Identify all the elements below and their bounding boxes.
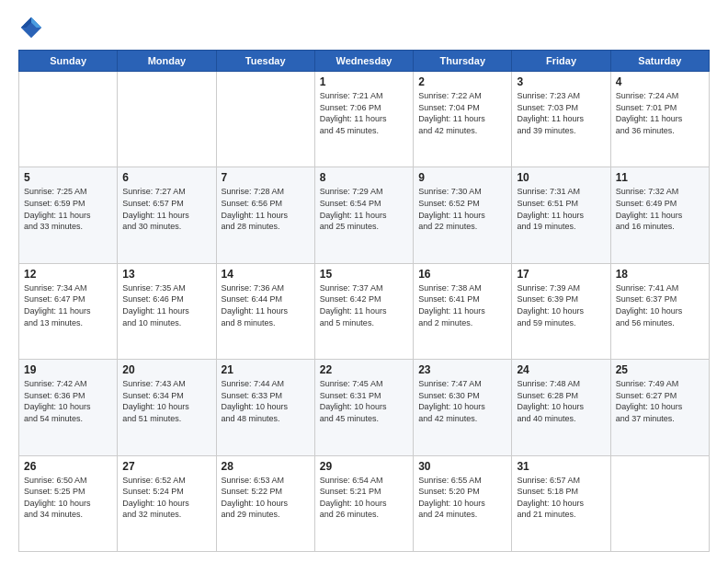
calendar-cell: 18Sunrise: 7:41 AM Sunset: 6:37 PM Dayli…	[610, 263, 709, 359]
day-number: 30	[418, 460, 506, 473]
day-info: Sunrise: 7:43 AM Sunset: 6:34 PM Dayligh…	[122, 378, 210, 424]
day-info: Sunrise: 7:37 AM Sunset: 6:42 PM Dayligh…	[320, 282, 408, 328]
calendar-cell: 31Sunrise: 6:57 AM Sunset: 5:18 PM Dayli…	[512, 455, 610, 551]
day-info: Sunrise: 7:31 AM Sunset: 6:51 PM Dayligh…	[517, 186, 605, 232]
day-info: Sunrise: 7:34 AM Sunset: 6:47 PM Dayligh…	[24, 282, 112, 328]
day-info: Sunrise: 6:53 AM Sunset: 5:22 PM Dayligh…	[222, 475, 310, 521]
calendar-cell: 22Sunrise: 7:45 AM Sunset: 6:31 PM Dayli…	[314, 360, 413, 455]
day-number: 11	[616, 171, 704, 184]
calendar-cell: 3Sunrise: 7:23 AM Sunset: 7:03 PM Daylig…	[512, 72, 610, 167]
calendar-cell	[216, 72, 314, 167]
day-number: 26	[24, 460, 112, 473]
day-info: Sunrise: 7:21 AM Sunset: 7:06 PM Dayligh…	[320, 90, 408, 136]
day-info: Sunrise: 7:38 AM Sunset: 6:41 PM Dayligh…	[418, 282, 506, 328]
day-info: Sunrise: 7:29 AM Sunset: 6:54 PM Dayligh…	[320, 186, 408, 232]
calendar-cell: 26Sunrise: 6:50 AM Sunset: 5:25 PM Dayli…	[19, 455, 118, 551]
day-info: Sunrise: 6:52 AM Sunset: 5:24 PM Dayligh…	[122, 475, 210, 521]
calendar-cell: 7Sunrise: 7:28 AM Sunset: 6:56 PM Daylig…	[216, 167, 314, 263]
day-info: Sunrise: 7:39 AM Sunset: 6:39 PM Dayligh…	[517, 282, 605, 328]
day-info: Sunrise: 7:42 AM Sunset: 6:36 PM Dayligh…	[24, 378, 112, 424]
calendar-cell: 15Sunrise: 7:37 AM Sunset: 6:42 PM Dayli…	[314, 263, 413, 359]
day-info: Sunrise: 7:23 AM Sunset: 7:03 PM Dayligh…	[517, 90, 605, 136]
day-number: 13	[122, 268, 210, 281]
day-info: Sunrise: 7:22 AM Sunset: 7:04 PM Dayligh…	[418, 90, 506, 136]
week-row-2: 12Sunrise: 7:34 AM Sunset: 6:47 PM Dayli…	[19, 263, 710, 359]
calendar-cell: 13Sunrise: 7:35 AM Sunset: 6:46 PM Dayli…	[118, 263, 216, 359]
day-number: 9	[418, 171, 506, 184]
day-number: 21	[222, 363, 310, 376]
calendar-cell: 30Sunrise: 6:55 AM Sunset: 5:20 PM Dayli…	[414, 455, 512, 551]
day-info: Sunrise: 6:57 AM Sunset: 5:18 PM Dayligh…	[517, 475, 605, 521]
day-number: 12	[24, 268, 112, 281]
day-info: Sunrise: 7:45 AM Sunset: 6:31 PM Dayligh…	[320, 378, 408, 424]
header	[18, 15, 710, 40]
day-number: 5	[24, 171, 112, 184]
day-number: 18	[616, 268, 704, 281]
weekday-header-thursday: Thursday	[414, 51, 512, 72]
weekday-header-tuesday: Tuesday	[216, 51, 314, 72]
day-number: 29	[320, 460, 408, 473]
day-info: Sunrise: 7:48 AM Sunset: 6:28 PM Dayligh…	[517, 378, 605, 424]
calendar-cell: 11Sunrise: 7:32 AM Sunset: 6:49 PM Dayli…	[610, 167, 709, 263]
day-number: 17	[517, 268, 605, 281]
week-row-1: 5Sunrise: 7:25 AM Sunset: 6:59 PM Daylig…	[19, 167, 710, 263]
calendar-cell: 5Sunrise: 7:25 AM Sunset: 6:59 PM Daylig…	[19, 167, 118, 263]
weekday-header-sunday: Sunday	[19, 51, 118, 72]
calendar-cell: 24Sunrise: 7:48 AM Sunset: 6:28 PM Dayli…	[512, 360, 610, 455]
weekday-header-row: SundayMondayTuesdayWednesdayThursdayFrid…	[19, 51, 710, 72]
day-info: Sunrise: 7:25 AM Sunset: 6:59 PM Dayligh…	[24, 186, 112, 232]
day-info: Sunrise: 6:55 AM Sunset: 5:20 PM Dayligh…	[418, 475, 506, 521]
calendar-cell: 9Sunrise: 7:30 AM Sunset: 6:52 PM Daylig…	[414, 167, 512, 263]
day-number: 27	[122, 460, 210, 473]
day-number: 23	[418, 363, 506, 376]
calendar-cell: 23Sunrise: 7:47 AM Sunset: 6:30 PM Dayli…	[414, 360, 512, 455]
calendar-cell: 14Sunrise: 7:36 AM Sunset: 6:44 PM Dayli…	[216, 263, 314, 359]
day-number: 22	[320, 363, 408, 376]
week-row-4: 26Sunrise: 6:50 AM Sunset: 5:25 PM Dayli…	[19, 455, 710, 551]
logo-icon	[18, 15, 44, 40]
calendar-cell: 2Sunrise: 7:22 AM Sunset: 7:04 PM Daylig…	[414, 72, 512, 167]
calendar-cell: 8Sunrise: 7:29 AM Sunset: 6:54 PM Daylig…	[314, 167, 413, 263]
day-info: Sunrise: 7:44 AM Sunset: 6:33 PM Dayligh…	[222, 378, 310, 424]
week-row-3: 19Sunrise: 7:42 AM Sunset: 6:36 PM Dayli…	[19, 360, 710, 455]
calendar-cell: 27Sunrise: 6:52 AM Sunset: 5:24 PM Dayli…	[118, 455, 216, 551]
logo	[18, 15, 48, 40]
day-number: 14	[222, 268, 310, 281]
day-number: 4	[616, 75, 704, 88]
day-info: Sunrise: 7:47 AM Sunset: 6:30 PM Dayligh…	[418, 378, 506, 424]
calendar-table: SundayMondayTuesdayWednesdayThursdayFrid…	[18, 50, 710, 552]
day-info: Sunrise: 7:28 AM Sunset: 6:56 PM Dayligh…	[222, 186, 310, 232]
day-number: 10	[517, 171, 605, 184]
calendar-cell: 17Sunrise: 7:39 AM Sunset: 6:39 PM Dayli…	[512, 263, 610, 359]
day-info: Sunrise: 7:49 AM Sunset: 6:27 PM Dayligh…	[616, 378, 704, 424]
day-info: Sunrise: 7:32 AM Sunset: 6:49 PM Dayligh…	[616, 186, 704, 232]
calendar-cell	[19, 72, 118, 167]
day-info: Sunrise: 7:35 AM Sunset: 6:46 PM Dayligh…	[122, 282, 210, 328]
day-number: 7	[222, 171, 310, 184]
day-info: Sunrise: 6:50 AM Sunset: 5:25 PM Dayligh…	[24, 475, 112, 521]
day-number: 6	[122, 171, 210, 184]
day-number: 2	[418, 75, 506, 88]
day-info: Sunrise: 7:41 AM Sunset: 6:37 PM Dayligh…	[616, 282, 704, 328]
calendar-cell	[118, 72, 216, 167]
day-number: 28	[222, 460, 310, 473]
day-number: 15	[320, 268, 408, 281]
day-number: 16	[418, 268, 506, 281]
calendar-cell: 25Sunrise: 7:49 AM Sunset: 6:27 PM Dayli…	[610, 360, 709, 455]
calendar-cell: 16Sunrise: 7:38 AM Sunset: 6:41 PM Dayli…	[414, 263, 512, 359]
week-row-0: 1Sunrise: 7:21 AM Sunset: 7:06 PM Daylig…	[19, 72, 710, 167]
calendar-cell	[610, 455, 709, 551]
weekday-header-friday: Friday	[512, 51, 610, 72]
day-number: 20	[122, 363, 210, 376]
weekday-header-saturday: Saturday	[610, 51, 709, 72]
day-info: Sunrise: 6:54 AM Sunset: 5:21 PM Dayligh…	[320, 475, 408, 521]
day-number: 3	[517, 75, 605, 88]
calendar-cell: 28Sunrise: 6:53 AM Sunset: 5:22 PM Dayli…	[216, 455, 314, 551]
day-info: Sunrise: 7:24 AM Sunset: 7:01 PM Dayligh…	[616, 90, 704, 136]
day-number: 25	[616, 363, 704, 376]
calendar-cell: 12Sunrise: 7:34 AM Sunset: 6:47 PM Dayli…	[19, 263, 118, 359]
day-number: 19	[24, 363, 112, 376]
day-number: 31	[517, 460, 605, 473]
day-number: 1	[320, 75, 408, 88]
day-number: 8	[320, 171, 408, 184]
